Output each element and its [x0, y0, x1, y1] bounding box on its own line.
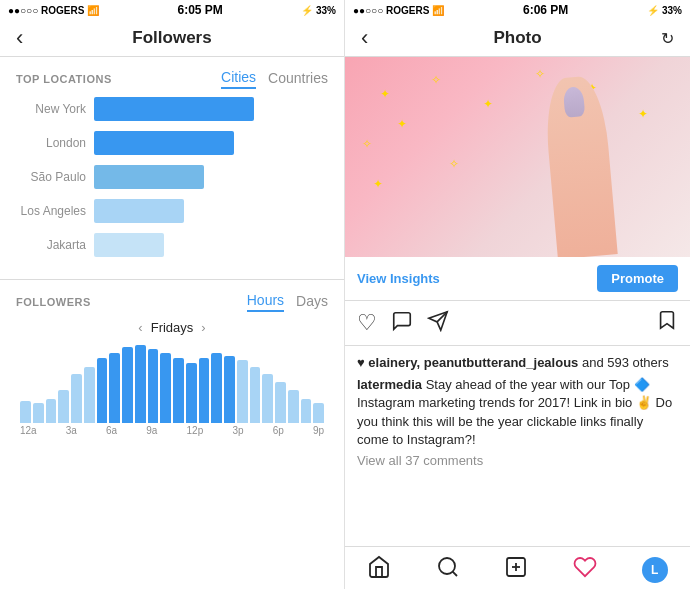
bar-fill-london [94, 131, 234, 155]
hourly-bar-6 [97, 358, 108, 423]
star-7: ✧ [362, 137, 372, 151]
bottom-nav: L [345, 546, 690, 589]
svg-line-3 [453, 572, 457, 576]
hourly-bar-0 [20, 401, 31, 423]
next-day-button[interactable]: › [201, 320, 205, 335]
hourly-bar-10 [148, 349, 159, 423]
followers-section-title: FOLLOWERS [16, 296, 91, 308]
tab-days[interactable]: Days [296, 293, 328, 311]
star-8: ✦ [638, 107, 648, 121]
left-back-button[interactable]: ‹ [16, 25, 23, 51]
right-carrier-text: ●●○○○ ROGERS [353, 5, 429, 16]
refresh-button[interactable]: ↻ [661, 29, 674, 48]
time-label-9a: 9a [146, 425, 157, 436]
hourly-bar-7 [109, 353, 120, 423]
bar-row-losangeles: Los Angeles [16, 199, 328, 223]
profile-tab[interactable]: L [642, 557, 668, 583]
left-wifi-icon: 📶 [87, 5, 99, 16]
time-label-12p: 12p [187, 425, 204, 436]
time-label-12a: 12a [20, 425, 37, 436]
photo-container: ✦ ✧ ✦ ✧ ✦ ✦ ✧ ✦ ✧ ✦ ✦ [345, 57, 690, 257]
add-tab[interactable] [504, 555, 528, 585]
hourly-bar-20 [275, 382, 286, 423]
right-panel: ●●○○○ ROGERS 📶 6:06 PM ⚡ 33% ‹ Photo ↻ ✦… [345, 0, 690, 589]
hourly-bar-4 [71, 374, 82, 423]
star-4: ✧ [535, 67, 545, 81]
time-label-3a: 3a [66, 425, 77, 436]
top-locations-title: TOP LOCATIONS [16, 73, 112, 85]
left-status-bar: ●●○○○ ROGERS 📶 6:05 PM ⚡ 33% [0, 0, 344, 20]
share-button[interactable] [427, 310, 449, 337]
left-panel: ●●○○○ ROGERS 📶 6:05 PM ⚡ 33% ‹ Followers… [0, 0, 345, 589]
day-navigator: ‹ Fridays › [16, 320, 328, 335]
right-wifi-icon: 📶 [432, 5, 444, 16]
left-bt-icon: ⚡ [301, 5, 313, 16]
bar-row-newyork: New York [16, 97, 328, 121]
star-2: ✧ [431, 73, 441, 87]
bar-fill-newyork [94, 97, 254, 121]
star-1: ✦ [380, 87, 390, 101]
right-time: 6:06 PM [523, 3, 568, 17]
followers-header: FOLLOWERS Hours Days [16, 292, 328, 312]
bar-label-losangeles: Los Angeles [16, 204, 86, 218]
hourly-bar-8 [122, 347, 133, 423]
hourly-bar-14 [199, 358, 210, 423]
hourly-bar-13 [186, 363, 197, 423]
heart-tab[interactable] [573, 555, 597, 585]
photo-overlay: ✦ ✧ ✦ ✧ ✦ ✦ ✧ ✦ ✧ ✦ ✦ [345, 57, 690, 257]
like-button[interactable]: ♡ [357, 310, 377, 336]
action-icons-left: ♡ [357, 310, 449, 337]
bar-fill-saopaulo [94, 165, 204, 189]
followers-section: FOLLOWERS Hours Days ‹ Fridays › 12a 3a … [0, 280, 344, 444]
bar-label-london: London [16, 136, 86, 150]
avatar-letter: L [651, 563, 658, 577]
hourly-bar-18 [250, 367, 261, 423]
time-label-3p: 3p [232, 425, 243, 436]
left-carrier-text: ●●○○○ ROGERS [8, 5, 84, 16]
left-battery: 33% [316, 5, 336, 16]
bar-label-newyork: New York [16, 102, 86, 116]
hourly-bar-21 [288, 390, 299, 423]
tab-hours[interactable]: Hours [247, 292, 284, 312]
right-back-button[interactable]: ‹ [361, 25, 368, 51]
prev-day-button[interactable]: ‹ [138, 320, 142, 335]
right-battery: 33% [662, 5, 682, 16]
star-9: ✧ [449, 157, 459, 171]
star-5: ✦ [397, 117, 407, 131]
location-bar-chart: New York London São Paulo Los Angeles Ja… [0, 97, 344, 279]
hourly-bar-19 [262, 374, 273, 423]
caption-line: latermedia Stay ahead of the year with o… [357, 376, 678, 449]
top-locations-header: TOP LOCATIONS Cities Countries [0, 57, 344, 97]
svg-point-2 [439, 558, 455, 574]
right-status-bar: ●●○○○ ROGERS 📶 6:06 PM ⚡ 33% [345, 0, 690, 20]
home-tab[interactable] [367, 555, 391, 585]
right-nav-header: ‹ Photo ↻ [345, 20, 690, 57]
comment-button[interactable] [391, 310, 413, 337]
search-tab[interactable] [436, 555, 460, 585]
tab-cities[interactable]: Cities [221, 69, 256, 89]
time-label-6p: 6p [273, 425, 284, 436]
hourly-bar-22 [301, 399, 312, 423]
hourly-bar-3 [58, 390, 69, 423]
hourly-bar-11 [160, 353, 171, 423]
star-10: ✦ [373, 177, 383, 191]
bar-label-saopaulo: São Paulo [16, 170, 86, 184]
likes-line: ♥ elainery, peanutbutterand_jealous and … [357, 354, 678, 372]
star-3: ✦ [483, 97, 493, 111]
view-insights-button[interactable]: View Insights [357, 271, 440, 286]
right-carrier: ●●○○○ ROGERS 📶 [353, 5, 444, 16]
left-carrier: ●●○○○ ROGERS 📶 [8, 5, 99, 16]
hourly-bar-9 [135, 345, 146, 423]
right-status-right: ⚡ 33% [647, 5, 682, 16]
promote-button[interactable]: Promote [597, 265, 678, 292]
time-labels: 12a 3a 6a 9a 12p 3p 6p 9p [16, 423, 328, 436]
action-bar: ♡ [345, 301, 690, 346]
left-page-title: Followers [132, 28, 211, 48]
bookmark-button[interactable] [656, 309, 678, 337]
post-username: latermedia [357, 377, 422, 392]
bar-fill-losangeles [94, 199, 184, 223]
view-comments-link[interactable]: View all 37 comments [357, 453, 678, 468]
hourly-bar-2 [46, 399, 57, 423]
tab-countries[interactable]: Countries [268, 70, 328, 88]
hourly-bar-5 [84, 367, 95, 423]
